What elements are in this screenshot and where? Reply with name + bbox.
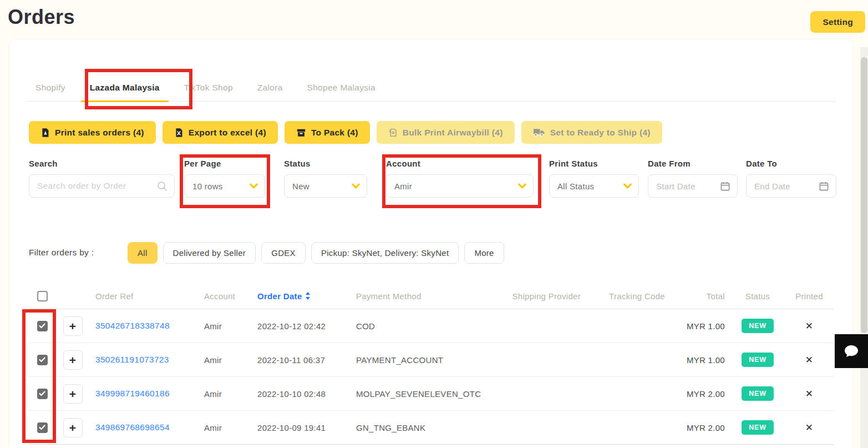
order-ref-link[interactable]: 350261191073723 <box>95 355 169 364</box>
filter-chips: AllDelivered by SellerGDEXPickup: SkyNet… <box>128 242 504 264</box>
not-printed-icon: ✕ <box>805 320 814 332</box>
chevron-down-icon <box>518 183 526 189</box>
payment-method-cell: PAYMENT_ACCOUNT <box>351 355 496 365</box>
tab-shopify[interactable]: Shopify <box>27 74 74 101</box>
expand-row-button[interactable]: + <box>63 384 83 404</box>
scrollbar-thumb[interactable] <box>861 57 867 333</box>
date-from-filter: Date From Start Date <box>648 159 738 198</box>
account-label: Account <box>386 159 534 168</box>
orders-card: ShopifyLazada MalaysiaTikTok ShopZaloraS… <box>10 40 852 448</box>
table-row: +349869768698654Amir2022-10-09 19:41GN_T… <box>29 411 834 445</box>
expand-row-button[interactable]: + <box>63 418 83 437</box>
col-status: Status <box>730 291 785 301</box>
account-select[interactable]: Amir <box>386 174 534 198</box>
airwaybill-document-icon <box>388 128 398 138</box>
bulk-print-airwaybill-button[interactable]: Bulk Print Airwaybill (4) <box>377 121 515 144</box>
to-pack-button[interactable]: To Pack (4) <box>285 121 370 144</box>
order-date-cell: 2022-10-10 02:48 <box>252 389 351 399</box>
tabs: ShopifyLazada MalaysiaTikTok ShopZaloraS… <box>27 74 836 102</box>
filter-chip-pickup-skynet-delivery-skynet[interactable]: Pickup: SkyNet, Delivery: SkyNet <box>311 242 459 264</box>
table-row: +350261191073723Amir2022-10-11 06:37PAYM… <box>29 343 834 377</box>
print-status-label: Print Status <box>549 159 639 168</box>
filter-chip-gdex[interactable]: GDEX <box>261 242 306 264</box>
page-title: Orders <box>8 6 75 29</box>
table-body: +350426718338748Amir2022-10-12 02:42CODM… <box>29 309 834 445</box>
tab-tiktok-shop[interactable]: TikTok Shop <box>175 74 242 101</box>
print-status-value: All Status <box>557 182 623 191</box>
chevron-down-icon <box>352 183 360 189</box>
action-button-label: Bulk Print Airwaybill (4) <box>403 128 503 138</box>
col-order-date[interactable]: Order Date <box>252 291 351 301</box>
truck-icon <box>533 128 545 137</box>
row-checkbox[interactable] <box>37 321 48 331</box>
date-from-input[interactable]: Start Date <box>648 174 738 198</box>
col-payment-method: Payment Method <box>351 291 496 301</box>
order-ref-link[interactable]: 349869768698654 <box>95 422 170 432</box>
not-printed-icon: ✕ <box>805 422 814 434</box>
order-date-cell: 2022-10-09 19:41 <box>252 423 351 432</box>
payment-method-cell: COD <box>351 321 496 331</box>
chat-widget-button[interactable] <box>835 334 868 368</box>
export-to-excel-button[interactable]: Export to excel (4) <box>163 121 278 144</box>
filter-chip-all[interactable]: All <box>128 242 158 264</box>
col-account: Account <box>199 291 252 301</box>
status-select[interactable]: New <box>284 174 367 198</box>
total-cell: MYR 1.00 <box>671 321 730 331</box>
pdf-file-icon <box>40 128 50 138</box>
table-row: +349998719460186Amir2022-10-10 02:48MOLP… <box>29 377 834 411</box>
col-shipping-provider: Shipping Provider <box>496 291 586 301</box>
account-cell: Amir <box>199 321 252 331</box>
payment-method-cell: MOLPAY_SEVENELEVEN_OTC <box>351 389 496 399</box>
calendar-icon <box>819 181 829 192</box>
date-to-input[interactable]: End Date <box>746 174 836 198</box>
print-status-select[interactable]: All Status <box>549 174 639 198</box>
status-badge: NEW <box>742 319 774 333</box>
search-icon <box>156 180 167 192</box>
action-buttons: Print sales orders (4)Export to excel (4… <box>29 121 662 144</box>
order-ref-link[interactable]: 350426718338748 <box>95 321 170 330</box>
expand-row-button[interactable]: + <box>63 350 83 370</box>
filter-chip-delivered-by-seller[interactable]: Delivered by Seller <box>163 242 256 264</box>
set-to-ready-to-ship-button[interactable]: Set to Ready to Ship (4) <box>521 121 662 144</box>
account-cell: Amir <box>199 423 252 432</box>
account-filter: Account Amir <box>386 159 534 198</box>
total-cell: MYR 2.00 <box>671 389 730 399</box>
chevron-down-icon <box>623 183 632 189</box>
print-status-filter: Print Status All Status <box>549 159 639 198</box>
tab-shopee-malaysia[interactable]: Shopee Malaysia <box>298 74 384 101</box>
print-sales-orders-button[interactable]: Print sales orders (4) <box>29 121 156 144</box>
table-header: Order Ref Account Order Date Payment Met… <box>29 283 834 309</box>
col-tracking-code: Tracking Code <box>586 291 671 301</box>
row-checkbox[interactable] <box>37 389 48 399</box>
select-all-checkbox[interactable] <box>37 291 48 301</box>
setting-button[interactable]: Setting <box>810 11 865 33</box>
order-date-cell: 2022-10-12 02:42 <box>252 321 351 331</box>
date-from-label: Date From <box>648 159 738 168</box>
status-label: Status <box>284 159 367 168</box>
tab-zalora[interactable]: Zalora <box>248 74 292 101</box>
action-button-label: To Pack (4) <box>311 128 358 138</box>
row-checkbox[interactable] <box>37 422 48 433</box>
table-row: +350426718338748Amir2022-10-12 02:42CODM… <box>29 309 834 343</box>
date-to-label: Date To <box>746 159 836 168</box>
order-ref-link[interactable]: 349998719460186 <box>95 389 170 398</box>
per-page-filter: Per Page 10 rows <box>184 159 265 198</box>
date-from-placeholder: Start Date <box>656 182 720 191</box>
status-badge: NEW <box>742 353 774 367</box>
expand-row-button[interactable]: + <box>63 316 83 336</box>
per-page-select[interactable]: 10 rows <box>184 174 265 198</box>
filter-chip-more[interactable]: More <box>464 242 504 264</box>
row-checkbox[interactable] <box>37 355 48 365</box>
action-button-label: Set to Ready to Ship (4) <box>550 128 651 138</box>
status-filter: Status New <box>284 159 367 198</box>
calendar-icon <box>720 181 730 192</box>
tab-lazada-malaysia[interactable]: Lazada Malaysia <box>81 74 169 101</box>
sort-icon <box>305 292 311 300</box>
order-date-cell: 2022-10-11 06:37 <box>252 355 351 365</box>
status-badge: NEW <box>742 386 774 401</box>
search-input[interactable] <box>37 181 156 191</box>
package-box-icon <box>296 128 306 138</box>
account-cell: Amir <box>199 355 252 365</box>
total-cell: MYR 2.00 <box>671 423 730 432</box>
total-cell: MYR 1.00 <box>671 355 730 365</box>
